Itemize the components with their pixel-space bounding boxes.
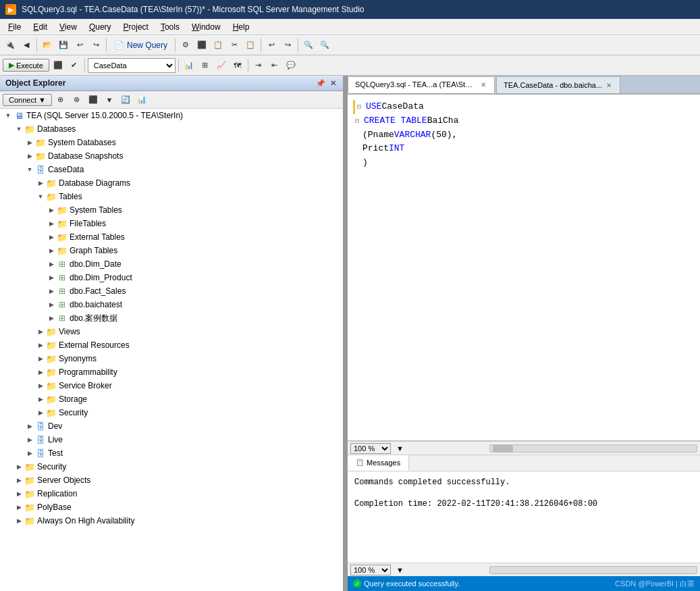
comment-btn[interactable]: 💬: [284, 58, 298, 73]
tree-item-storage[interactable]: ▶📁Storage: [0, 392, 343, 406]
connect-button[interactable]: Connect ▼: [3, 94, 52, 106]
toolbar-search[interactable]: 🔍: [317, 38, 332, 53]
pin-icon[interactable]: 📌: [316, 78, 325, 88]
tree-item-casedata[interactable]: ▼🗄CaseData: [0, 163, 343, 176]
explain-btn[interactable]: 🗺: [230, 58, 245, 73]
expand-icon-test-db[interactable]: ▶: [24, 448, 35, 459]
tree-item-external-tables[interactable]: ▶📁External Tables: [0, 230, 343, 244]
expand-icon-service-broker[interactable]: ▶: [35, 380, 46, 391]
toolbar-btn-d[interactable]: ✂: [227, 38, 242, 53]
chart-btn[interactable]: 📈: [214, 58, 229, 73]
menu-query[interactable]: Query: [84, 21, 117, 33]
tree-item-polybase[interactable]: ▶📁PolyBase: [0, 500, 343, 514]
tree-item-db-snapshots[interactable]: ▶📁Database Snapshots: [0, 149, 343, 163]
outdent-btn[interactable]: ⇤: [267, 58, 282, 73]
toolbar-btn-h[interactable]: 🔍: [301, 38, 316, 53]
tree-item-file-tables[interactable]: ▶📁FileTables: [0, 217, 343, 230]
tree-item-db-diagrams[interactable]: ▶📁Database Diagrams: [0, 176, 343, 190]
menu-file[interactable]: File: [3, 21, 26, 33]
zoom-select[interactable]: 100 % 75 % 150 %: [350, 443, 391, 454]
oe-refresh-btn[interactable]: 🔄: [118, 93, 133, 107]
expand-icon-graph-tables[interactable]: ▶: [46, 245, 57, 256]
tree-item-live-db[interactable]: ▶🗄Live: [0, 433, 343, 446]
tab-close-casedata-tab[interactable]: ✕: [605, 82, 613, 89]
tree-item-dev-db[interactable]: ▶🗄Dev: [0, 419, 343, 433]
toolbar-open[interactable]: 📂: [40, 38, 55, 53]
expand-icon-dim-product[interactable]: ▶: [46, 272, 57, 283]
expand-icon-dev-db[interactable]: ▶: [24, 421, 35, 432]
tree-item-always-on[interactable]: ▶📁Always On High Availability: [0, 514, 343, 528]
toolbar-save[interactable]: 💾: [56, 38, 71, 53]
expand-icon-fact-sales[interactable]: ▶: [46, 286, 57, 297]
indent-btn[interactable]: ⇥: [251, 58, 266, 73]
tree-item-tables[interactable]: ▼📁Tables: [0, 190, 343, 203]
toolbar-btn-a[interactable]: ⚙: [178, 38, 193, 53]
expand-icon-storage[interactable]: ▶: [35, 394, 46, 405]
expand-icon-programmability[interactable]: ▶: [35, 367, 46, 378]
menu-edit[interactable]: Edit: [28, 21, 53, 33]
menu-project[interactable]: Project: [118, 21, 154, 33]
tree-item-fact-sales[interactable]: ▶⊞dbo.Fact_Sales: [0, 284, 343, 298]
database-selector[interactable]: CaseData master Dev Live Test: [88, 58, 176, 73]
oe-btn-1[interactable]: ⊕: [53, 93, 68, 107]
expand-icon-case-data-cn[interactable]: ▶: [46, 313, 57, 324]
tree-item-programmability[interactable]: ▶📁Programmability: [0, 365, 343, 379]
expand-icon-system-tables[interactable]: ▶: [46, 205, 57, 215]
toolbar-undo[interactable]: ↩: [72, 38, 87, 53]
collapse-icon-0[interactable]: ⊟: [355, 102, 363, 113]
tree-item-external-resources[interactable]: ▶📁External Resources: [0, 338, 343, 352]
tab-close-query3[interactable]: ✕: [479, 81, 487, 88]
parse-button[interactable]: ✔: [67, 58, 82, 73]
expand-icon-security-casedata[interactable]: ▶: [35, 407, 46, 418]
expand-icon-system-dbs[interactable]: ▶: [24, 137, 35, 148]
h-scrollbar-thumb[interactable]: [493, 445, 513, 452]
menu-help[interactable]: Help: [227, 21, 255, 33]
tree-item-test-db[interactable]: ▶🗄Test: [0, 446, 343, 460]
execute-button[interactable]: ▶ Execute: [3, 59, 49, 72]
oe-btn-3[interactable]: ⬛: [86, 93, 101, 107]
grid-btn[interactable]: ⊞: [198, 58, 213, 73]
expand-icon-db-snapshots[interactable]: ▶: [24, 151, 35, 161]
tree-item-system-tables[interactable]: ▶📁System Tables: [0, 203, 343, 217]
tree-item-service-broker[interactable]: ▶📁Service Broker: [0, 379, 343, 392]
msg-zoom-arrow[interactable]: ▼: [396, 566, 404, 574]
tree-item-security-casedata[interactable]: ▶📁Security: [0, 406, 343, 419]
messages-tab[interactable]: 📋 Messages: [348, 455, 409, 471]
expand-icon-casedata[interactable]: ▼: [24, 164, 35, 175]
tab-casedata-tab[interactable]: TEA.CaseData - dbo.baicha...✕: [496, 76, 620, 93]
stop-button[interactable]: ⬛: [51, 58, 65, 73]
toolbar-btn-b[interactable]: ⬛: [194, 38, 209, 53]
oe-extra-btn[interactable]: 📊: [134, 93, 149, 107]
expand-icon-databases[interactable]: ▼: [14, 124, 24, 134]
expand-icon-replication[interactable]: ▶: [14, 488, 24, 499]
toolbar-redo[interactable]: ↪: [88, 38, 103, 53]
toolbar-btn-g[interactable]: ↪: [280, 38, 295, 53]
toolbar-btn-e[interactable]: 📋: [243, 38, 258, 53]
msg-h-scrollbar[interactable]: [489, 566, 697, 574]
tree-item-server-objects[interactable]: ▶📁Server Objects: [0, 473, 343, 487]
expand-icon-tables[interactable]: ▼: [35, 191, 46, 202]
tab-query3[interactable]: SQLQuery3.sql - TEA...a (TEA\SterIn (57)…: [348, 76, 495, 93]
tree-item-case-data-cn[interactable]: ▶⊞dbo.案例数据: [0, 311, 343, 325]
menu-tools[interactable]: Tools: [155, 21, 185, 33]
tree-item-server[interactable]: ▼🖥TEA (SQL Server 15.0.2000.5 - TEA\Ster…: [0, 109, 343, 122]
toolbar-btn-c[interactable]: 📋: [211, 38, 225, 53]
expand-icon-baichatest[interactable]: ▶: [46, 299, 57, 310]
tree-item-synonyms[interactable]: ▶📁Synonyms: [0, 352, 343, 365]
oe-filter-btn[interactable]: ▼: [102, 93, 117, 107]
expand-icon-polybase[interactable]: ▶: [14, 502, 24, 513]
tree-item-system-dbs[interactable]: ▶📁System Databases: [0, 136, 343, 149]
expand-icon-security-server[interactable]: ▶: [14, 461, 24, 472]
zoom-dropdown-arrow[interactable]: ▼: [396, 444, 404, 453]
tree-item-security-server[interactable]: ▶📁Security: [0, 460, 343, 473]
expand-icon-synonyms[interactable]: ▶: [35, 353, 46, 364]
menu-view[interactable]: View: [54, 21, 82, 33]
query-editor[interactable]: ⊟USE CaseData⊟CREATE TABLE BaiCha (Pname…: [348, 95, 700, 441]
tree-item-graph-tables[interactable]: ▶📁Graph Tables: [0, 244, 343, 257]
tree-item-baichatest[interactable]: ▶⊞dbo.baichatest: [0, 298, 343, 311]
expand-icon-views[interactable]: ▶: [35, 326, 46, 337]
h-scrollbar[interactable]: [489, 444, 697, 453]
expand-icon-dim-date[interactable]: ▶: [46, 259, 57, 269]
tree-item-dim-date[interactable]: ▶⊞dbo.Dim_Date: [0, 257, 343, 271]
collapse-icon-1[interactable]: ⊟: [353, 116, 361, 127]
